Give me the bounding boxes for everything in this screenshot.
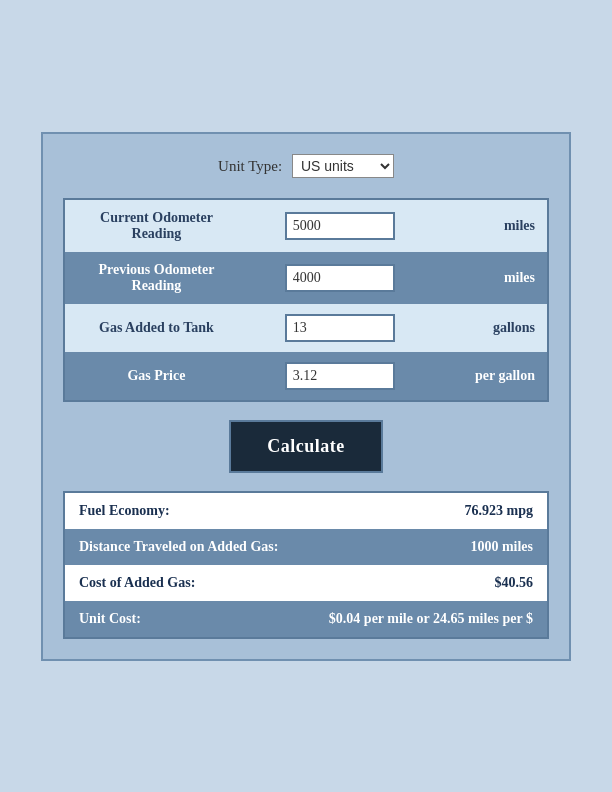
input-field-1[interactable] (285, 264, 395, 292)
calculate-section: Calculate (63, 420, 549, 473)
result-value-1: 1000 miles (306, 529, 548, 565)
input-table: Current Odometer Reading miles Previous … (63, 198, 549, 402)
unit-type-row: Unit Type: US units Metric units (63, 154, 549, 178)
input-cell-3 (248, 352, 432, 401)
input-label-0: Current Odometer Reading (64, 199, 248, 252)
results-table: Fuel Economy: 76.923 mpg Distance Travel… (63, 491, 549, 639)
input-field-3[interactable] (285, 362, 395, 390)
input-unit-3: per gallon (432, 352, 548, 401)
result-label-3: Unit Cost: (64, 601, 306, 638)
calculator-wrapper: Unit Type: US units Metric units Current… (41, 132, 571, 661)
input-row: Gas Price per gallon (64, 352, 548, 401)
result-label-2: Cost of Added Gas: (64, 565, 306, 601)
result-label-0: Fuel Economy: (64, 492, 306, 529)
result-row: Cost of Added Gas: $40.56 (64, 565, 548, 601)
result-label-1: Distance Traveled on Added Gas: (64, 529, 306, 565)
input-field-2[interactable] (285, 314, 395, 342)
input-row: Previous Odometer Reading miles (64, 252, 548, 304)
calculate-button[interactable]: Calculate (229, 420, 382, 473)
input-row: Current Odometer Reading miles (64, 199, 548, 252)
input-cell-0 (248, 199, 432, 252)
result-row: Unit Cost: $0.04 per mile or 24.65 miles… (64, 601, 548, 638)
result-value-2: $40.56 (306, 565, 548, 601)
input-label-2: Gas Added to Tank (64, 304, 248, 352)
input-row: Gas Added to Tank gallons (64, 304, 548, 352)
input-field-0[interactable] (285, 212, 395, 240)
input-unit-2: gallons (432, 304, 548, 352)
result-row: Distance Traveled on Added Gas: 1000 mil… (64, 529, 548, 565)
result-value-0: 76.923 mpg (306, 492, 548, 529)
result-row: Fuel Economy: 76.923 mpg (64, 492, 548, 529)
input-unit-0: miles (432, 199, 548, 252)
input-cell-1 (248, 252, 432, 304)
input-cell-2 (248, 304, 432, 352)
unit-type-label: Unit Type: (218, 158, 282, 174)
input-unit-1: miles (432, 252, 548, 304)
input-label-1: Previous Odometer Reading (64, 252, 248, 304)
result-value-3: $0.04 per mile or 24.65 miles per $ (306, 601, 548, 638)
unit-type-select[interactable]: US units Metric units (292, 154, 394, 178)
input-label-3: Gas Price (64, 352, 248, 401)
